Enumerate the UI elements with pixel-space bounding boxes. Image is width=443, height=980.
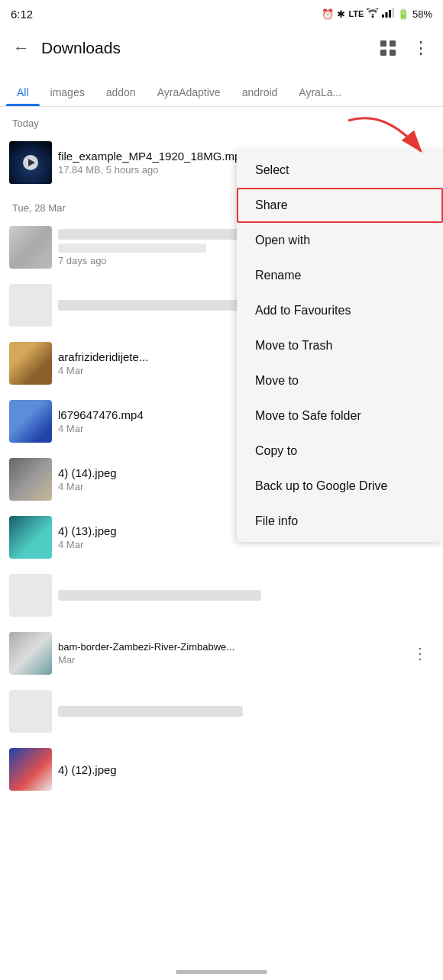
more-options-button[interactable]: ⋮ [405,33,435,63]
play-icon [23,155,38,170]
lte-icon: LTE [348,9,364,18]
tab-android[interactable]: android [231,77,289,106]
battery-icon: 🔋 58% [397,8,432,20]
tab-all[interactable]: All [6,77,40,106]
info-jpeg12: 4) (12).jpeg [52,763,434,776]
status-bar: 6:12 ⏰ ✱ LTE 🔋 58% [0,0,443,26]
signal-icon [382,8,394,20]
wifi-icon [367,8,379,20]
info-blank3 [52,706,434,717]
menu-item-copy-to[interactable]: Copy to [237,434,443,469]
status-time: 6:12 [11,8,33,21]
tab-ayrala[interactable]: AyraLa... [288,77,352,106]
thumb-679 [9,400,52,443]
menu-item-move-safe[interactable]: Move to Safe folder [237,398,443,434]
bluetooth-icon: ✱ [337,8,345,20]
file-item-jpeg12: 4) (12).jpeg [0,740,443,798]
file-item-blank2 [0,566,443,624]
thumb-arafriz [9,342,52,385]
file-thumb-blurred1 [9,226,52,269]
name-blank3 [58,706,243,717]
zambezi-more-button[interactable]: ⋮ [406,638,434,669]
meta-zambezi: Mar [58,654,400,666]
menu-item-open-with[interactable]: Open with [237,223,443,258]
svg-point-0 [372,15,374,18]
tab-images[interactable]: images [40,77,95,106]
name-jpeg12: 4) (12).jpeg [58,763,428,776]
app-bar-actions: ⋮ [373,33,435,63]
context-menu: Select Share Open with Rename Add to Fav… [237,150,443,542]
thumb-blank2 [9,574,52,617]
file-thumb-video [9,141,52,184]
info-blank2 [52,590,434,601]
info-zambezi: bam-border-Zambezi-River-Zimbabwe... Mar [52,641,406,666]
menu-item-backup-drive[interactable]: Back up to Google Drive [237,469,443,504]
menu-item-file-info[interactable]: File info [237,504,443,539]
menu-item-share[interactable]: Share [237,188,443,223]
svg-rect-5 [380,40,386,47]
thumb-jpeg13 [9,516,52,559]
thumb-zambezi [9,632,52,675]
svg-rect-8 [390,50,396,56]
menu-item-move-to[interactable]: Move to [237,363,443,398]
svg-rect-7 [380,50,386,56]
alarm-icon: ⏰ [322,8,334,20]
thumb-jpeg12 [9,748,52,791]
menu-item-move-trash[interactable]: Move to Trash [237,328,443,363]
menu-item-rename[interactable]: Rename [237,258,443,293]
menu-item-add-favourites[interactable]: Add to Favourites [237,293,443,328]
name-blank2 [58,590,261,601]
file-item-blank3 [0,682,443,740]
svg-rect-3 [389,10,391,18]
back-button[interactable]: ← [6,33,37,63]
svg-rect-4 [393,8,395,18]
svg-rect-6 [390,40,396,47]
section-header-today: Today [0,107,443,134]
page-title: Downloads [37,39,373,57]
status-icons: ⏰ ✱ LTE 🔋 58% [322,8,432,20]
file-meta-blurred1 [58,243,206,253]
svg-rect-1 [382,15,384,18]
tab-ayraadaptive[interactable]: AyraAdaptive [147,77,231,106]
svg-rect-2 [386,12,388,18]
app-bar: ← Downloads ⋮ [0,26,443,70]
thumb-blank3 [9,690,52,733]
tabs-row: All images addon AyraAdaptive android Ay… [0,70,443,107]
file-item-zambezi: bam-border-Zambezi-River-Zimbabwe... Mar… [0,624,443,682]
grid-view-button[interactable] [373,33,403,63]
menu-item-select[interactable]: Select [237,153,443,188]
thumb-blank1 [9,284,52,327]
tab-addon[interactable]: addon [95,77,147,106]
thumb-jpeg14 [9,458,52,501]
name-zambezi: bam-border-Zambezi-River-Zimbabwe... [58,641,400,653]
home-indicator [176,970,267,974]
